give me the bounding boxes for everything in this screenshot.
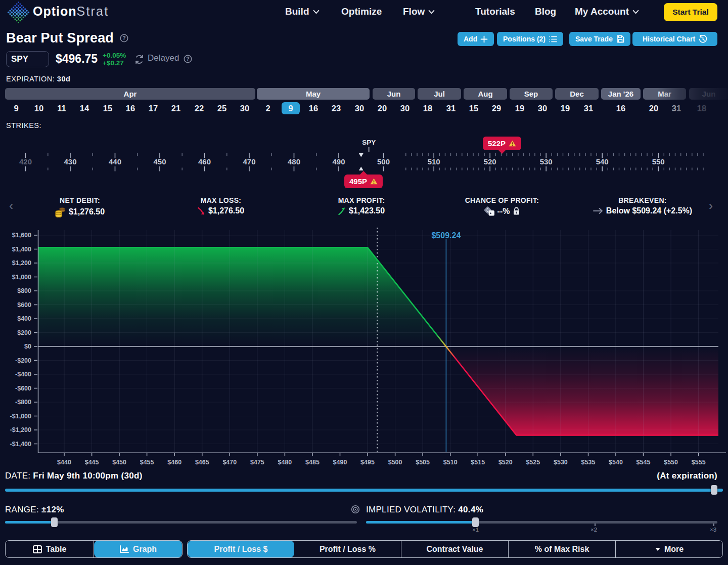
svg-text:$510: $510 bbox=[443, 459, 458, 466]
svg-text:$200: $200 bbox=[17, 329, 31, 336]
svg-text:$470: $470 bbox=[222, 459, 237, 466]
svg-text:$445: $445 bbox=[85, 459, 99, 466]
svg-text:SPY: SPY bbox=[362, 139, 376, 146]
svg-text:$495: $495 bbox=[360, 459, 375, 466]
svg-text:$535: $535 bbox=[581, 459, 596, 466]
svg-text:$555: $555 bbox=[692, 459, 706, 466]
svg-text:$465: $465 bbox=[195, 459, 209, 466]
svg-text:550: 550 bbox=[652, 157, 665, 166]
svg-text:$505: $505 bbox=[416, 459, 430, 466]
svg-text:420: 420 bbox=[19, 157, 32, 166]
svg-text:430: 430 bbox=[64, 157, 76, 166]
svg-text:$400: $400 bbox=[17, 315, 31, 322]
svg-text:-$200: -$200 bbox=[15, 357, 31, 364]
svg-text:$515: $515 bbox=[471, 459, 485, 466]
svg-text:$540: $540 bbox=[609, 459, 623, 466]
svg-text:$450: $450 bbox=[112, 459, 126, 466]
svg-text:$545: $545 bbox=[636, 459, 651, 466]
svg-text:440: 440 bbox=[109, 157, 121, 166]
svg-text:$520: $520 bbox=[498, 459, 513, 466]
svg-text:$455: $455 bbox=[140, 459, 154, 466]
svg-text:$550: $550 bbox=[664, 459, 678, 466]
svg-text:$480: $480 bbox=[278, 459, 292, 466]
svg-text:-$1,000: -$1,000 bbox=[10, 413, 31, 420]
svg-text:500: 500 bbox=[377, 157, 390, 166]
svg-text:$530: $530 bbox=[554, 459, 568, 466]
svg-text:$1,600: $1,600 bbox=[12, 232, 31, 239]
svg-text:-$1,200: -$1,200 bbox=[10, 426, 31, 433]
svg-text:?: ? bbox=[186, 56, 189, 62]
svg-text:$525: $525 bbox=[526, 459, 540, 466]
svg-text:$500: $500 bbox=[388, 459, 402, 466]
svg-text:450: 450 bbox=[153, 157, 166, 166]
svg-text:$800: $800 bbox=[17, 287, 31, 294]
svg-text:$490: $490 bbox=[333, 459, 347, 466]
svg-text:$600: $600 bbox=[17, 301, 31, 309]
svg-text:530: 530 bbox=[540, 157, 553, 166]
svg-text:460: 460 bbox=[198, 157, 211, 166]
svg-text:$460: $460 bbox=[167, 459, 181, 466]
svg-text:-$1,400: -$1,400 bbox=[10, 441, 31, 448]
svg-text:$1,200: $1,200 bbox=[12, 259, 31, 267]
svg-text:-$400: -$400 bbox=[15, 371, 31, 378]
svg-text:540: 540 bbox=[596, 157, 609, 166]
svg-text:$475: $475 bbox=[250, 459, 264, 466]
svg-text:-$600: -$600 bbox=[15, 385, 31, 392]
svg-text:490: 490 bbox=[332, 157, 345, 166]
svg-text:$0: $0 bbox=[24, 343, 31, 350]
svg-text:-$800: -$800 bbox=[15, 399, 31, 406]
svg-text:$1,400: $1,400 bbox=[12, 246, 31, 253]
svg-text:$509.24: $509.24 bbox=[431, 231, 461, 240]
svg-text:510: 510 bbox=[428, 157, 440, 166]
svg-text:$440: $440 bbox=[57, 459, 71, 466]
svg-text:$485: $485 bbox=[305, 459, 320, 466]
svg-text:520: 520 bbox=[484, 157, 496, 166]
svg-text:$1,000: $1,000 bbox=[12, 274, 31, 281]
svg-text:470: 470 bbox=[243, 157, 255, 166]
svg-text:480: 480 bbox=[288, 157, 300, 166]
svg-text:?: ? bbox=[122, 35, 125, 41]
